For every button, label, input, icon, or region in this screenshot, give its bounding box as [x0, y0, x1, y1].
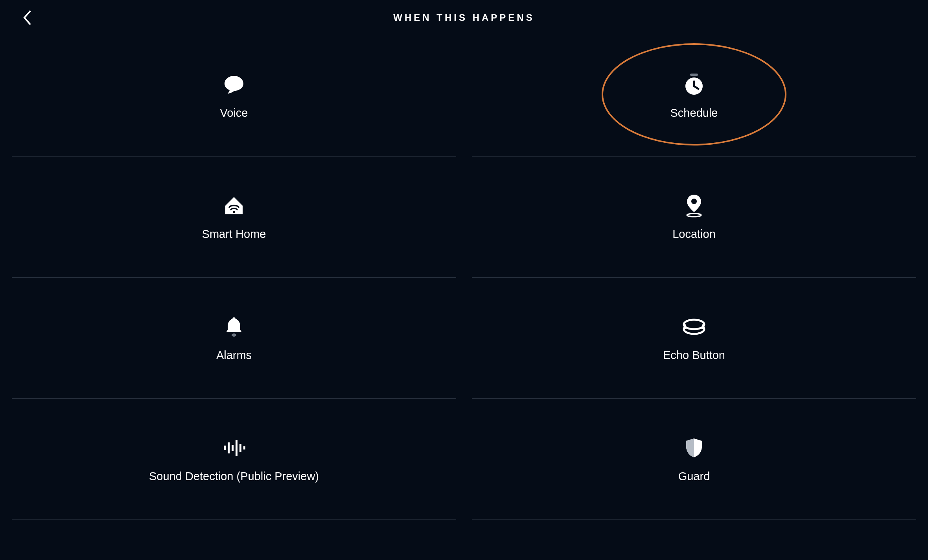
option-label: Voice	[220, 107, 248, 120]
echo-button-icon	[681, 314, 707, 339]
option-schedule[interactable]: Schedule	[472, 35, 916, 157]
svg-rect-15	[243, 446, 245, 449]
shield-icon	[685, 435, 703, 461]
svg-point-5	[232, 333, 236, 337]
svg-rect-14	[239, 444, 241, 452]
svg-rect-9	[702, 324, 704, 329]
svg-rect-0	[690, 74, 698, 76]
speech-bubble-icon	[223, 72, 245, 97]
svg-rect-13	[236, 440, 238, 456]
svg-point-7	[684, 320, 704, 329]
option-smart-home[interactable]: Smart Home	[12, 157, 456, 278]
trigger-options-grid: Voice Schedule Smart Home	[0, 35, 928, 520]
option-location[interactable]: Location	[472, 157, 916, 278]
option-label: Alarms	[216, 349, 252, 362]
option-echo-button[interactable]: Echo Button	[472, 278, 916, 399]
option-label: Guard	[678, 470, 710, 483]
chevron-left-icon	[23, 10, 32, 26]
alarm-clock-icon	[682, 72, 706, 97]
option-label: Schedule	[670, 107, 718, 120]
svg-rect-12	[232, 445, 234, 451]
svg-rect-8	[684, 324, 686, 329]
location-pin-icon	[683, 193, 705, 218]
svg-rect-10	[224, 446, 226, 450]
back-button[interactable]	[20, 10, 35, 26]
option-sound-detection[interactable]: Sound Detection (Public Preview)	[12, 399, 456, 520]
svg-point-4	[687, 214, 701, 217]
header: WHEN THIS HAPPENS	[0, 0, 928, 35]
option-guard[interactable]: Guard	[472, 399, 916, 520]
svg-point-2	[233, 211, 235, 213]
option-alarms[interactable]: Alarms	[12, 278, 456, 399]
page-title: WHEN THIS HAPPENS	[393, 12, 534, 23]
option-label: Sound Detection (Public Preview)	[149, 470, 319, 483]
svg-point-3	[691, 199, 697, 204]
svg-rect-11	[228, 442, 230, 453]
sound-wave-icon	[222, 435, 246, 461]
option-voice[interactable]: Voice	[12, 35, 456, 157]
bell-icon	[223, 314, 245, 339]
house-wifi-icon	[223, 193, 245, 218]
option-label: Smart Home	[202, 228, 266, 241]
option-label: Location	[672, 228, 716, 241]
option-label: Echo Button	[663, 349, 725, 362]
